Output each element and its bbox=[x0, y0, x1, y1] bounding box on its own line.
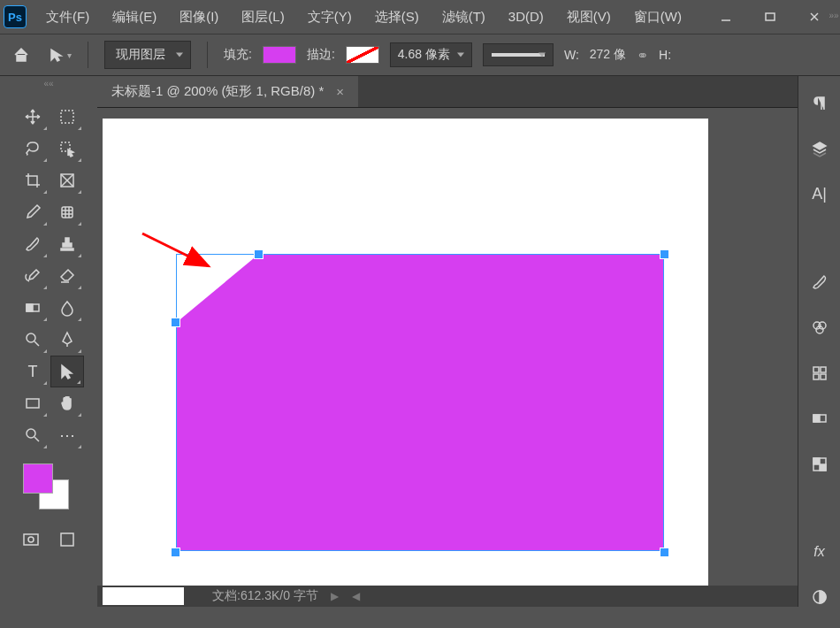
swatches-icon[interactable] bbox=[809, 318, 830, 337]
patterns-icon[interactable] bbox=[809, 455, 830, 473]
quick-mask-icon[interactable] bbox=[16, 524, 45, 555]
properties-icon[interactable] bbox=[809, 364, 830, 382]
stroke-style-dropdown[interactable] bbox=[483, 43, 554, 66]
brushes-icon[interactable] bbox=[809, 272, 830, 291]
handle-mid-left[interactable] bbox=[171, 318, 180, 327]
move-tool[interactable] bbox=[16, 101, 50, 133]
svg-rect-1 bbox=[766, 13, 775, 20]
zoom-tool[interactable] bbox=[16, 419, 50, 451]
status-text: 文档:612.3K/0 字节 bbox=[212, 588, 318, 604]
separator bbox=[207, 42, 208, 68]
tool-indicator[interactable]: ▾ bbox=[50, 48, 72, 62]
menu-3d[interactable]: 3D(D) bbox=[498, 4, 554, 31]
stroke-color-swatch[interactable] bbox=[346, 46, 379, 64]
svg-rect-11 bbox=[27, 304, 33, 311]
marquee-tool[interactable] bbox=[50, 101, 84, 133]
right-panel-dock: A|fx bbox=[798, 76, 840, 607]
panel-collapse-right[interactable]: »» bbox=[828, 11, 840, 21]
title-bar: Ps 文件(F) 编辑(E) 图像(I) 图层(L) 文字(Y) 选择(S) 滤… bbox=[0, 0, 840, 34]
hand-tool[interactable] bbox=[50, 387, 84, 419]
annotation-arrow bbox=[138, 229, 218, 273]
type-tool[interactable]: T bbox=[16, 356, 50, 387]
handle-bottom-left[interactable] bbox=[171, 548, 180, 557]
svg-rect-29 bbox=[813, 415, 820, 422]
document-tab-bar: 未标题-1 @ 200% (矩形 1, RGB/8) * × »» bbox=[97, 76, 798, 108]
svg-rect-17 bbox=[24, 534, 38, 545]
path-select-tool[interactable] bbox=[50, 356, 84, 387]
character-icon[interactable]: A| bbox=[809, 185, 830, 203]
handle-bottom-right[interactable] bbox=[660, 548, 669, 557]
minimize-button[interactable] bbox=[704, 4, 748, 30]
width-label: W: bbox=[564, 48, 579, 62]
lasso-tool[interactable] bbox=[16, 133, 50, 165]
svg-rect-19 bbox=[61, 533, 73, 546]
foreground-color[interactable] bbox=[23, 463, 53, 494]
handle-top-left[interactable] bbox=[254, 249, 263, 259]
zoom-input[interactable] bbox=[103, 587, 184, 605]
svg-point-18 bbox=[28, 537, 34, 542]
status-arrows[interactable]: ▶ ◀ bbox=[331, 590, 365, 602]
paragraph-icon[interactable] bbox=[809, 94, 830, 112]
menu-select[interactable]: 选择(S) bbox=[364, 4, 430, 31]
svg-rect-25 bbox=[821, 367, 826, 372]
home-icon[interactable] bbox=[12, 46, 30, 64]
menu-file[interactable]: 文件(F) bbox=[35, 4, 100, 31]
window-controls bbox=[704, 4, 836, 30]
document-tab[interactable]: 未标题-1 @ 200% (矩形 1, RGB/8) * × bbox=[97, 76, 358, 107]
menu-filter[interactable]: 滤镜(T) bbox=[431, 4, 496, 31]
layers-stack-icon[interactable] bbox=[809, 139, 830, 157]
toolbox-collapse[interactable]: «« bbox=[0, 76, 97, 90]
styles-icon[interactable]: fx bbox=[809, 542, 830, 561]
width-value[interactable]: 272 像 bbox=[590, 47, 626, 63]
stroke-width-input[interactable]: 4.68 像素 bbox=[390, 42, 472, 67]
svg-rect-32 bbox=[820, 464, 826, 471]
eraser-tool[interactable] bbox=[50, 260, 84, 292]
blur-tool[interactable] bbox=[50, 292, 84, 324]
dodge-tool[interactable] bbox=[16, 324, 50, 356]
svg-line-13 bbox=[34, 341, 39, 346]
layer-target-dropdown[interactable]: 现用图层 bbox=[104, 41, 191, 69]
menu-image[interactable]: 图像(I) bbox=[169, 4, 229, 31]
svg-line-20 bbox=[142, 234, 209, 266]
menu-window[interactable]: 窗口(W) bbox=[623, 4, 692, 31]
history-brush-tool[interactable] bbox=[16, 260, 50, 292]
document-tab-title: 未标题-1 @ 200% (矩形 1, RGB/8) * bbox=[111, 83, 324, 100]
svg-rect-9 bbox=[62, 207, 73, 218]
brush-tool[interactable] bbox=[16, 228, 50, 260]
adjustments-icon[interactable] bbox=[809, 588, 830, 607]
close-icon[interactable]: × bbox=[336, 84, 344, 99]
canvas-region: 未标题-1 @ 200% (矩形 1, RGB/8) * × »» bbox=[97, 76, 798, 607]
gradient-panel-icon[interactable] bbox=[809, 409, 830, 427]
stamp-tool[interactable] bbox=[50, 228, 84, 260]
rectangle-tool[interactable] bbox=[16, 387, 50, 419]
color-swatches bbox=[0, 458, 97, 520]
artboard[interactable] bbox=[103, 119, 708, 586]
svg-rect-31 bbox=[813, 458, 820, 464]
svg-rect-27 bbox=[821, 374, 826, 379]
gradient-tool[interactable] bbox=[16, 292, 50, 324]
svg-point-15 bbox=[27, 429, 35, 438]
menu-type[interactable]: 文字(Y) bbox=[297, 4, 363, 31]
patch-tool[interactable] bbox=[50, 196, 84, 228]
pen-tool[interactable] bbox=[50, 324, 84, 356]
crop-tool[interactable] bbox=[16, 165, 50, 196]
frame-tool[interactable] bbox=[50, 165, 84, 196]
eyedropper-tool[interactable] bbox=[16, 196, 50, 228]
footer bbox=[0, 607, 840, 628]
more-tool[interactable]: ⋯ bbox=[50, 419, 84, 451]
link-wh-icon[interactable]: ⚭ bbox=[637, 47, 648, 64]
quick-select-tool[interactable] bbox=[50, 133, 84, 165]
separator bbox=[88, 42, 88, 68]
fill-color-swatch[interactable] bbox=[263, 46, 296, 64]
screen-mode-icon[interactable] bbox=[52, 524, 81, 555]
menu-edit[interactable]: 编辑(E) bbox=[102, 4, 167, 31]
maximize-button[interactable] bbox=[748, 4, 792, 30]
toolbox: «« T⋯ bbox=[0, 76, 97, 607]
stroke-label: 描边: bbox=[307, 47, 335, 63]
canvas-pane[interactable] bbox=[97, 108, 798, 586]
menu-layer[interactable]: 图层(L) bbox=[231, 4, 294, 31]
svg-rect-24 bbox=[813, 367, 819, 372]
svg-rect-4 bbox=[61, 111, 73, 123]
menu-view[interactable]: 视图(V) bbox=[556, 4, 622, 31]
handle-top-right[interactable] bbox=[660, 249, 669, 259]
